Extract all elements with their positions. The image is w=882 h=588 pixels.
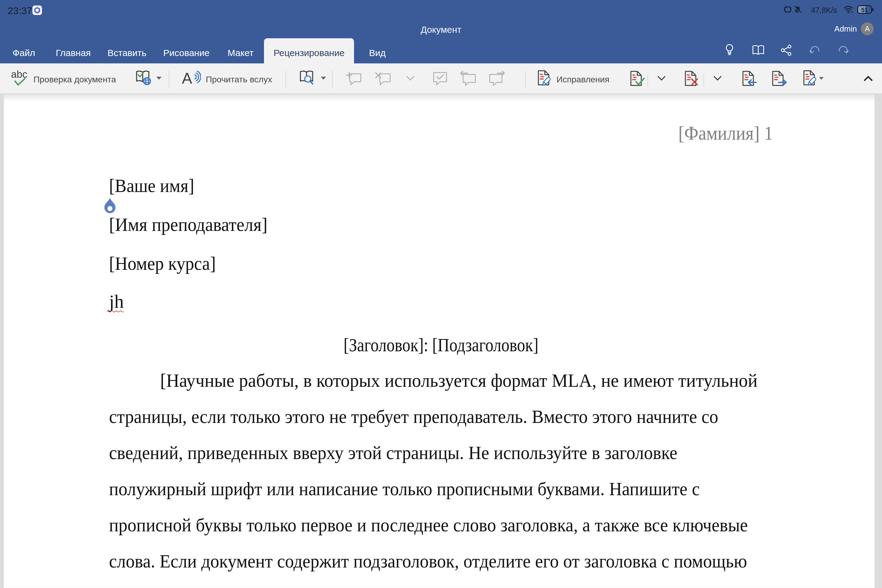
network-speed-text: 47,8K/s (811, 6, 837, 15)
doc-paragraph-line[interactable]: слова. Если документ содержит подзаголов… (109, 552, 747, 570)
chevron-down-icon (713, 76, 722, 81)
battery-icon: 51 (857, 5, 873, 15)
account-button[interactable]: Admin A (834, 22, 874, 35)
track-changes-icon (537, 69, 552, 87)
doc-paragraph-line[interactable]: сведений, приведенных вверху этой страни… (109, 443, 677, 462)
delete-comment-icon (375, 71, 392, 86)
next-comment-button[interactable] (489, 63, 505, 93)
display-for-review-button[interactable] (802, 63, 824, 93)
accept-change-button[interactable] (629, 63, 645, 93)
status-clock: 23:37 (8, 6, 32, 16)
doc-line-author[interactable]: [Ваше имя] (109, 176, 194, 195)
doc-paragraph-line[interactable]: прописной буквы только первое и последне… (109, 515, 748, 534)
notifications-off-icon (794, 6, 802, 15)
book-search-icon (298, 69, 316, 87)
battery-level-text: 51 (861, 7, 868, 13)
collapse-ribbon-button[interactable] (864, 63, 873, 93)
spellcheck-icon: abc (11, 71, 27, 86)
previous-comment-button[interactable] (460, 63, 477, 93)
translate-icon (135, 69, 152, 87)
document-canvas[interactable]: [Фамилия] 1 [Ваше имя] [Имя преподавател… (0, 94, 882, 588)
chevron-down-icon (406, 76, 415, 81)
previous-comment-icon (460, 71, 477, 86)
ribbon-separator (169, 71, 170, 88)
next-change-icon (771, 70, 787, 87)
previous-change-icon (741, 70, 758, 87)
track-changes-label: Исправления (556, 75, 609, 84)
wifi-icon (843, 5, 854, 15)
share-icon[interactable] (780, 44, 793, 58)
ribbon-toolbar: abc Проверка документа (0, 63, 882, 94)
doc-line-instructor[interactable]: [Имя преподавателя] (109, 215, 267, 234)
proofing-button[interactable]: abc Проверка документа (11, 63, 116, 93)
redo-icon[interactable] (837, 44, 849, 58)
reject-change-button[interactable] (684, 63, 700, 93)
undo-icon[interactable] (808, 44, 821, 58)
track-changes-button[interactable]: Исправления (537, 63, 609, 93)
ribbon-separator (285, 71, 286, 88)
translate-button[interactable] (135, 63, 162, 93)
text-cursor-handle[interactable] (104, 197, 116, 217)
read-aloud-icon: A (182, 69, 201, 88)
spellcheck-squiggle (106, 308, 124, 314)
read-mode-book-icon[interactable] (752, 45, 765, 57)
new-comment-icon (345, 71, 362, 86)
doc-line-title[interactable]: [Заголовок]: [Подзаголовок] (157, 335, 725, 354)
tell-me-lightbulb-icon[interactable] (723, 44, 736, 58)
read-aloud-label: Прочитать вслух (206, 75, 272, 84)
tab-bar-actions (0, 38, 882, 63)
m365-notification-icon (33, 6, 42, 16)
next-change-button[interactable] (771, 63, 787, 93)
data-saver-icon (784, 6, 791, 14)
app-header: 23:37 (0, 0, 882, 63)
document-title: Документ (0, 24, 882, 35)
word-app-window: 23:37 (0, 0, 882, 588)
doc-paragraph-line[interactable]: полужирный шрифт или написание только пр… (109, 479, 700, 498)
proofing-label: Проверка документа (33, 75, 116, 84)
ribbon-tab-bar: Файл Главная Вставить Рисование Макет Ре… (0, 38, 882, 63)
display-for-review-icon (802, 69, 818, 87)
doc-line-course[interactable]: [Номер курса] (109, 254, 216, 273)
next-comment-icon (489, 71, 505, 86)
ribbon-separator (525, 71, 526, 88)
search-dropdown-caret (320, 76, 327, 81)
doc-paragraph-line[interactable]: [Научные работы, в которых используется … (109, 371, 758, 390)
delete-comment-button[interactable] (375, 63, 392, 93)
comments-dropdown-caret[interactable] (406, 63, 415, 93)
doc-line-typo[interactable]: jh (109, 292, 124, 311)
chevron-down-icon (657, 76, 666, 81)
accept-change-icon (629, 70, 645, 87)
doc-paragraph-line[interactable]: страницы, если только этого не требует п… (109, 407, 718, 426)
avatar[interactable]: A (861, 22, 874, 35)
reject-dropdown-caret[interactable] (713, 63, 722, 93)
ribbon-mini-separator (647, 74, 648, 87)
reject-change-icon (684, 70, 700, 87)
page-header-text: [Фамилия] 1 (160, 124, 773, 143)
previous-change-button[interactable] (741, 63, 758, 93)
account-name: Admin (834, 24, 857, 34)
svg-text:A: A (182, 70, 192, 86)
search-document-button[interactable] (298, 63, 327, 93)
ribbon-separator (332, 71, 333, 88)
read-aloud-button[interactable]: A Прочитать вслух (182, 63, 272, 93)
display-for-review-caret (819, 76, 824, 81)
show-comments-icon (432, 71, 448, 86)
document-page[interactable]: [Фамилия] 1 [Ваше имя] [Имя преподавател… (4, 94, 874, 588)
translate-dropdown-caret (156, 76, 162, 81)
new-comment-button[interactable] (345, 63, 362, 93)
chevron-up-icon (864, 75, 873, 81)
accept-dropdown-caret[interactable] (657, 63, 666, 93)
show-comments-button[interactable] (432, 63, 448, 93)
ribbon-mini-separator (704, 74, 704, 87)
